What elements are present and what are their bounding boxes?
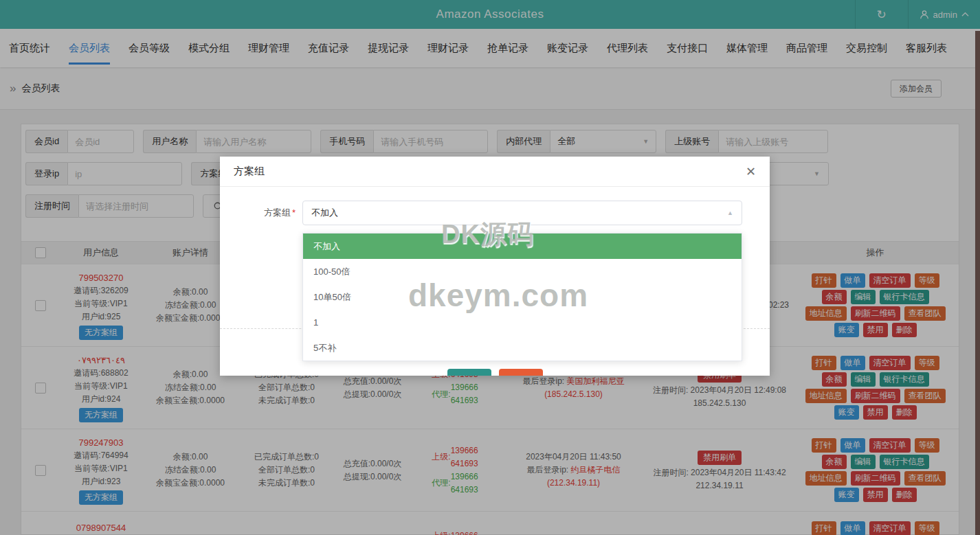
dropdown-option-2[interactable]: 10单50倍: [303, 284, 742, 310]
close-icon[interactable]: ✕: [746, 166, 756, 178]
confirm-button[interactable]: [447, 369, 491, 376]
scrollbar[interactable]: [975, 31, 980, 535]
required-mark: *: [292, 207, 296, 218]
dropdown-option-4[interactable]: 5不补: [303, 335, 742, 361]
dropdown-option-3[interactable]: 1: [303, 310, 742, 335]
cancel-button[interactable]: [499, 369, 543, 376]
modal-field-label: 方案组*: [247, 207, 296, 219]
chevron-up-icon: ▲: [727, 209, 733, 216]
dropdown-option-1[interactable]: 100-50倍: [303, 259, 742, 284]
plan-group-modal: 方案组 ✕ 方案组* 不加入 ▲ 不加入100-50倍10单50倍15不补: [220, 157, 770, 376]
plan-group-dropdown: 不加入100-50倍10单50倍15不补: [302, 233, 742, 361]
modal-title: 方案组: [234, 165, 265, 178]
dropdown-option-0[interactable]: 不加入: [303, 234, 742, 259]
plan-group-modal-select[interactable]: 不加入 ▲: [302, 201, 742, 225]
app-window: Amazon Associates ↻ admin 首页统计会员列表会员等级模式…: [0, 0, 980, 535]
